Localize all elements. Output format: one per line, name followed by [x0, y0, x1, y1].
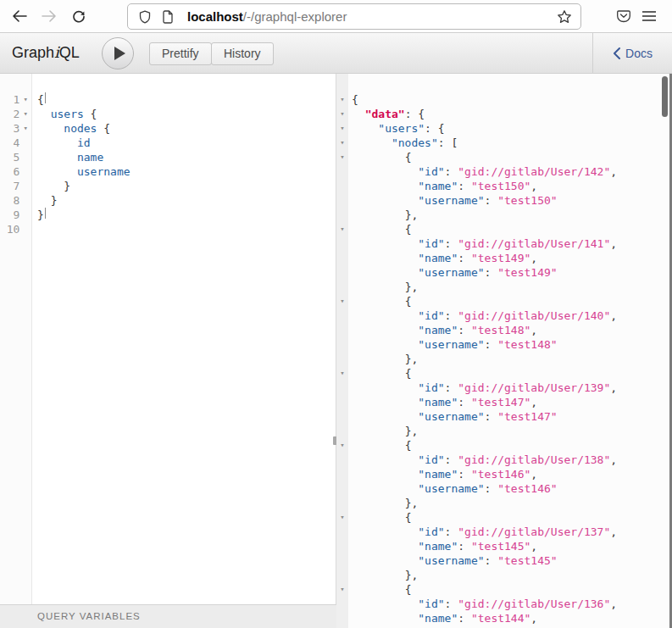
text-cursor: [45, 208, 46, 219]
result-gutter-row: ▾: [336, 438, 348, 453]
gutter-row: 9: [0, 208, 31, 222]
line-number: 8: [0, 193, 19, 208]
code-line[interactable]: }: [37, 193, 336, 208]
line-number: 10: [0, 222, 19, 236]
result-gutter-row: [336, 337, 348, 352]
code-line: {: [352, 92, 672, 107]
url-bar[interactable]: localhost/-/graphql-explorer: [127, 3, 581, 30]
result-scrollbar-thumb[interactable]: [662, 76, 668, 117]
result-gutter-row: [336, 409, 348, 424]
fold-arrow-icon[interactable]: ▾: [336, 294, 348, 308]
shield-icon[interactable]: [138, 10, 152, 24]
code-line[interactable]: username: [37, 164, 336, 179]
forward-icon[interactable]: [39, 6, 59, 26]
fold-arrow-empty: [19, 193, 31, 208]
gutter-row: 5: [0, 150, 31, 164]
fold-arrow-icon[interactable]: ▾: [336, 107, 348, 121]
fold-arrow-icon[interactable]: ▾: [336, 136, 348, 150]
fold-arrow-empty: [336, 308, 348, 323]
prettify-button[interactable]: Prettify: [149, 42, 212, 65]
fold-arrow-icon[interactable]: ▾: [336, 366, 348, 381]
query-variables-header[interactable]: QUERY VARIABLES: [0, 604, 336, 628]
browser-toolbar: localhost/-/graphql-explorer: [0, 0, 672, 33]
result-gutter-row: ▾: [336, 366, 348, 381]
fold-arrow-icon[interactable]: ▾: [19, 121, 31, 136]
star-icon[interactable]: [557, 9, 572, 25]
fold-arrow-empty: [336, 337, 348, 352]
fold-arrow-icon[interactable]: ▾: [336, 438, 348, 453]
chevron-left-icon: [613, 47, 620, 59]
back-icon[interactable]: [9, 6, 30, 26]
code-line[interactable]: id: [37, 136, 336, 150]
result-gutter-row: [336, 236, 348, 251]
text-cursor: [45, 92, 46, 103]
query-editor-gutter: 1▾2▾3▾45678910: [0, 74, 32, 604]
reload-icon[interactable]: [69, 6, 89, 26]
fold-arrow-empty: [336, 481, 348, 496]
fold-arrow-empty: [336, 409, 348, 424]
code-line[interactable]: [37, 222, 336, 236]
fold-arrow-icon[interactable]: ▾: [336, 510, 348, 525]
line-number: 6: [0, 164, 19, 179]
result-gutter-row: [336, 467, 348, 481]
query-editor-code[interactable]: { users { nodes { id name username } }}: [32, 74, 336, 604]
execute-query-button[interactable]: [102, 37, 134, 69]
code-line[interactable]: }: [37, 179, 336, 193]
menu-icon[interactable]: [639, 6, 659, 26]
line-number: 7: [0, 179, 19, 193]
code-line[interactable]: users {: [37, 107, 336, 121]
code-line: "id": "gid://gitlab/User/141",: [352, 236, 672, 251]
fold-arrow-icon[interactable]: ▾: [336, 92, 348, 107]
result-gutter-row: ▾: [336, 121, 348, 136]
fold-arrow-empty: [19, 150, 31, 164]
play-icon: [114, 47, 125, 60]
result-gutter-row: [336, 611, 348, 625]
result-gutter-row: ▾: [336, 92, 348, 107]
code-line: },: [352, 568, 672, 582]
fold-arrow-icon[interactable]: ▾: [336, 121, 348, 136]
fold-arrow-empty: [336, 236, 348, 251]
result-gutter-row: [336, 568, 348, 582]
fold-arrow-empty: [336, 568, 348, 582]
fold-arrow-empty: [336, 424, 348, 438]
history-button[interactable]: History: [211, 42, 274, 65]
fold-arrow-empty: [336, 280, 348, 294]
result-gutter-row: [336, 424, 348, 438]
code-line[interactable]: name: [37, 150, 336, 164]
url-text[interactable]: localhost/-/graphql-explorer: [187, 9, 557, 24]
docs-toggle[interactable]: Docs: [592, 33, 672, 73]
code-line[interactable]: nodes {: [37, 121, 336, 136]
query-editor[interactable]: 1▾2▾3▾45678910 { users { nodes { id name…: [0, 74, 336, 604]
fold-arrow-empty: [336, 496, 348, 510]
code-line: {: [352, 510, 672, 525]
fold-arrow-icon[interactable]: ▾: [336, 582, 348, 597]
fold-arrow-empty: [336, 179, 348, 193]
result-json: { "data": { "users": { "nodes": [ { "id"…: [348, 74, 672, 628]
graphiql-logo: GraphiQL: [12, 43, 80, 62]
gutter-row: 10: [0, 222, 31, 236]
code-line: "id": "gid://gitlab/User/142",: [352, 164, 672, 179]
pocket-icon[interactable]: [614, 6, 634, 26]
code-line: "username": "test149": [352, 265, 672, 280]
fold-arrow-icon[interactable]: ▾: [19, 107, 31, 121]
code-line[interactable]: {: [37, 92, 336, 107]
result-gutter-row: ▾: [336, 510, 348, 525]
code-line: "name": "test144",: [352, 611, 672, 625]
fold-arrow-icon[interactable]: ▾: [336, 150, 348, 164]
result-gutter-row: [336, 352, 348, 366]
result-gutter-row: [336, 481, 348, 496]
code-line: "nodes": [: [352, 136, 672, 150]
fold-arrow-empty: [336, 381, 348, 395]
fold-arrow-empty: [336, 453, 348, 467]
page-icon[interactable]: [162, 10, 175, 24]
fold-arrow-icon[interactable]: ▾: [336, 222, 348, 236]
fold-arrow-empty: [336, 251, 348, 265]
result-gutter-row: ▾: [336, 136, 348, 150]
fold-arrow-icon[interactable]: ▾: [19, 92, 31, 107]
code-line: "name": "test148",: [352, 323, 672, 337]
line-number: 9: [0, 208, 19, 222]
gutter-row: 8: [0, 193, 31, 208]
code-line: "name": "test147",: [352, 395, 672, 409]
code-line: "id": "gid://gitlab/User/139",: [352, 381, 672, 395]
code-line[interactable]: }: [37, 208, 336, 222]
